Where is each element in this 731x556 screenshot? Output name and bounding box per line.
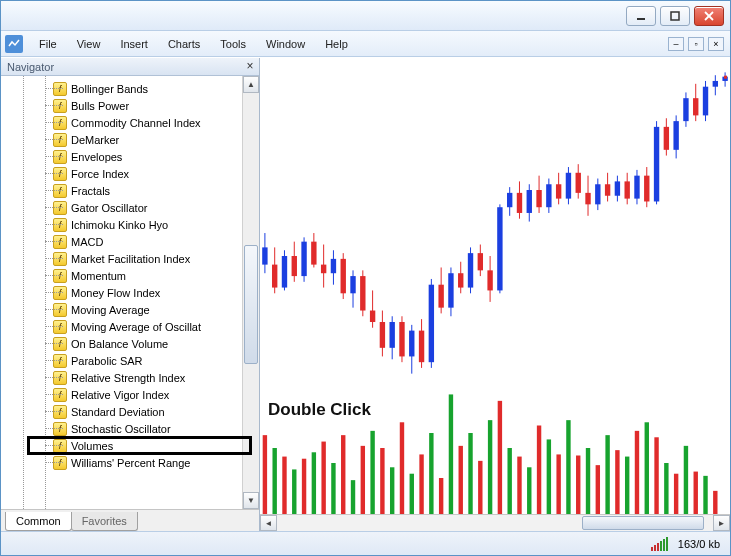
svg-rect-31	[389, 322, 394, 348]
indicator-item[interactable]: fWilliams' Percent Range	[19, 454, 259, 471]
indicator-icon: f	[53, 405, 67, 419]
chart-time-scrollbar[interactable]: ◄ ►	[260, 514, 730, 531]
indicator-item[interactable]: fMACD	[19, 233, 259, 250]
svg-rect-125	[498, 401, 502, 531]
svg-rect-55	[507, 193, 512, 207]
menu-view[interactable]: View	[67, 34, 111, 54]
mdi-controls: – ▫ ×	[668, 37, 730, 51]
indicator-label: Volumes	[71, 440, 113, 452]
statusbar: 163/0 kb	[1, 531, 730, 555]
indicator-icon: f	[53, 320, 67, 334]
indicator-item[interactable]: fMarket Facilitation Index	[19, 250, 259, 267]
indicator-item[interactable]: fGator Oscillator	[19, 199, 259, 216]
svg-rect-33	[399, 322, 404, 356]
menu-tools[interactable]: Tools	[210, 34, 256, 54]
scroll-up-button[interactable]: ▲	[243, 76, 259, 93]
svg-rect-59	[527, 190, 532, 213]
indicator-tree[interactable]: fBollinger BandsfBulls PowerfCommodity C…	[1, 76, 259, 509]
indicator-label: Envelopes	[71, 151, 122, 163]
indicator-item[interactable]: fVolumes	[19, 437, 259, 454]
indicator-item[interactable]: fIchimoku Kinko Hyo	[19, 216, 259, 233]
menu-help[interactable]: Help	[315, 34, 358, 54]
tab-favorites[interactable]: Favorites	[71, 512, 138, 531]
svg-rect-17	[321, 265, 326, 274]
indicator-item[interactable]: fForce Index	[19, 165, 259, 182]
indicator-icon: f	[53, 235, 67, 249]
menu-charts[interactable]: Charts	[158, 34, 210, 54]
scroll-thumb[interactable]	[244, 245, 258, 365]
indicator-item[interactable]: fBulls Power	[19, 97, 259, 114]
indicator-icon: f	[53, 82, 67, 96]
svg-rect-13	[301, 242, 306, 276]
indicator-item[interactable]: fMoving Average of Oscillat	[19, 318, 259, 335]
mdi-restore-button[interactable]: ▫	[688, 37, 704, 51]
navigator-header[interactable]: Navigator ×	[1, 58, 259, 76]
indicator-item[interactable]: fDeMarker	[19, 131, 259, 148]
indicator-label: Momentum	[71, 270, 126, 282]
menu-window[interactable]: Window	[256, 34, 315, 54]
indicator-item[interactable]: fMoving Average	[19, 301, 259, 318]
svg-rect-120	[449, 394, 453, 531]
mdi-close-button[interactable]: ×	[708, 37, 724, 51]
svg-rect-67	[566, 173, 571, 199]
navigator-panel: Navigator × fBollinger BandsfBulls Power…	[1, 58, 260, 531]
svg-rect-73	[595, 184, 600, 204]
svg-rect-57	[517, 193, 522, 213]
tree-scrollbar[interactable]: ▲ ▼	[242, 76, 259, 509]
svg-rect-69	[576, 173, 581, 193]
indicator-label: Williams' Percent Range	[71, 457, 190, 469]
indicator-item[interactable]: fParabolic SAR	[19, 352, 259, 369]
indicator-label: Fractals	[71, 185, 110, 197]
indicator-icon: f	[53, 354, 67, 368]
menu-insert[interactable]: Insert	[110, 34, 158, 54]
indicator-icon: f	[53, 252, 67, 266]
scroll-left-button[interactable]: ◄	[260, 515, 277, 531]
indicator-label: Ichimoku Kinko Hyo	[71, 219, 168, 231]
indicator-icon: f	[53, 99, 67, 113]
horizontal-scroll-thumb[interactable]	[582, 516, 704, 530]
indicator-item[interactable]: fRelative Vigor Index	[19, 386, 259, 403]
connection-bars-icon	[651, 537, 668, 551]
svg-rect-27	[370, 311, 375, 322]
svg-rect-71	[585, 193, 590, 204]
indicator-item[interactable]: fBollinger Bands	[19, 80, 259, 97]
titlebar[interactable]	[1, 1, 730, 31]
mdi-minimize-button[interactable]: –	[668, 37, 684, 51]
menu-file[interactable]: File	[29, 34, 67, 54]
indicator-item[interactable]: fRelative Strength Index	[19, 369, 259, 386]
connection-status: 163/0 kb	[678, 538, 720, 550]
indicator-item[interactable]: fFractals	[19, 182, 259, 199]
indicator-icon: f	[53, 456, 67, 470]
window-close-button[interactable]	[694, 6, 724, 26]
indicator-label: Commodity Channel Index	[71, 117, 201, 129]
volume-chart[interactable]	[260, 388, 730, 531]
tab-common[interactable]: Common	[5, 512, 72, 531]
svg-rect-39	[429, 285, 434, 362]
indicator-label: Gator Oscillator	[71, 202, 147, 214]
candlestick-chart[interactable]	[260, 58, 730, 388]
window-maximize-button[interactable]	[660, 6, 690, 26]
indicator-item[interactable]: fStandard Deviation	[19, 403, 259, 420]
navigator-close-icon[interactable]: ×	[243, 59, 257, 73]
indicator-icon: f	[53, 201, 67, 215]
scroll-right-button[interactable]: ►	[713, 515, 730, 531]
indicator-icon: f	[53, 269, 67, 283]
indicator-item[interactable]: fOn Balance Volume	[19, 335, 259, 352]
svg-rect-97	[713, 81, 718, 87]
scroll-down-button[interactable]: ▼	[243, 492, 259, 509]
indicator-item[interactable]: fCommodity Channel Index	[19, 114, 259, 131]
chart-area[interactable]: Double Click ◄ ►	[260, 58, 730, 531]
menubar: FileViewInsertChartsToolsWindowHelp – ▫ …	[1, 31, 730, 57]
svg-rect-47	[468, 253, 473, 287]
indicator-icon: f	[53, 388, 67, 402]
window-minimize-button[interactable]	[626, 6, 656, 26]
indicator-label: MACD	[71, 236, 103, 248]
indicator-item[interactable]: fStochastic Oscillator	[19, 420, 259, 437]
svg-rect-15	[311, 242, 316, 265]
svg-rect-9	[282, 256, 287, 288]
indicator-item[interactable]: fEnvelopes	[19, 148, 259, 165]
indicator-item[interactable]: fMomentum	[19, 267, 259, 284]
indicator-item[interactable]: fMoney Flow Index	[19, 284, 259, 301]
indicator-label: Moving Average of Oscillat	[71, 321, 201, 333]
indicator-label: Parabolic SAR	[71, 355, 143, 367]
